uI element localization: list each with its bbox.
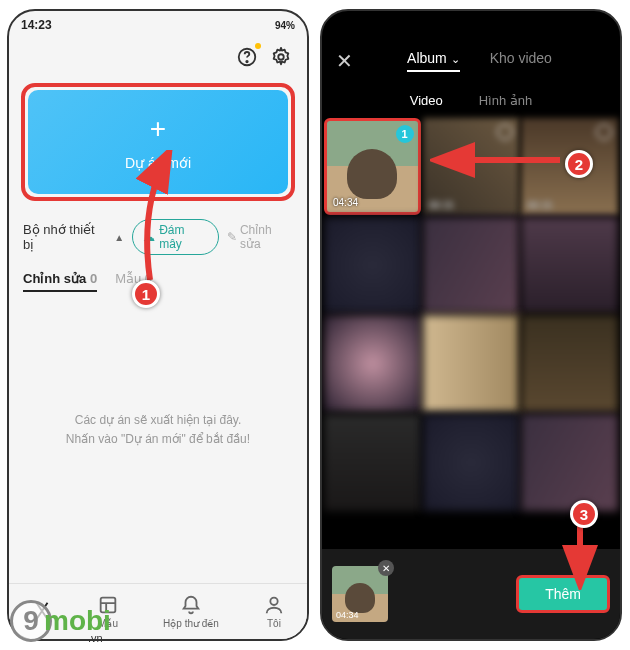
remove-icon[interactable]: ✕ [378,560,394,576]
nav-me[interactable]: Tôi [263,594,285,629]
marker-3: 3 [570,500,598,528]
nav-inbox[interactable]: Hộp thư đến [163,594,219,629]
select-ring [497,124,513,140]
svg-point-2 [278,54,284,60]
picker-header: ✕ Album ⌄ Kho video [322,39,620,83]
close-icon[interactable]: ✕ [336,49,353,73]
help-icon[interactable] [235,45,259,69]
video-thumb[interactable] [324,217,421,314]
top-bar [9,39,307,75]
arrow-2 [430,140,570,180]
left-screen: 14:23 94% + Dự án mới Bộ nhớ thiết bị ▲ … [7,9,309,641]
plus-icon: + [150,113,166,145]
video-thumb[interactable] [521,315,618,412]
duration: 04:34 [333,197,358,208]
dropdown-icon[interactable]: ▲ [114,232,124,243]
tray-thumb[interactable]: ✕ 04:34 [332,566,388,622]
video-thumb[interactable] [423,217,520,314]
arrow-1 [130,150,190,290]
marker-1: 1 [132,280,160,308]
marker-2: 2 [565,150,593,178]
status-time: 14:23 [21,18,52,32]
watermark: 9mobi .vn [10,600,111,642]
status-bar: 14:23 94% [9,11,307,39]
tab-edit[interactable]: Chỉnh sửa 0 [23,271,97,292]
selection-badge: 1 [396,125,414,143]
video-thumb[interactable] [324,315,421,412]
storage-label[interactable]: Bộ nhớ thiết bị [23,222,106,252]
tab-video[interactable]: Video [410,93,443,108]
status-bar-right [322,11,620,39]
status-icons: 94% [275,20,295,31]
tab-image[interactable]: Hình ảnh [479,93,533,108]
video-thumb[interactable] [423,315,520,412]
empty-state: Các dự án sẽ xuất hiện tại đây. Nhấn vào… [9,411,307,449]
video-thumb-1[interactable]: 1 04:34 [324,118,421,215]
edit-button[interactable]: ✎Chỉnh sửa [227,223,293,251]
svg-point-4 [270,598,277,605]
video-thumb[interactable] [521,217,618,314]
tab-album[interactable]: Album ⌄ [407,50,460,72]
select-ring [596,124,612,140]
svg-point-1 [246,61,247,62]
settings-icon[interactable] [269,45,293,69]
tray-duration: 04:34 [336,610,359,620]
video-thumb[interactable] [423,414,520,511]
video-thumb[interactable] [521,414,618,511]
video-thumb[interactable] [324,414,421,511]
arrow-3 [555,520,605,590]
tab-stock[interactable]: Kho video [490,50,552,72]
media-tabs: Video Hình ảnh [322,83,620,118]
